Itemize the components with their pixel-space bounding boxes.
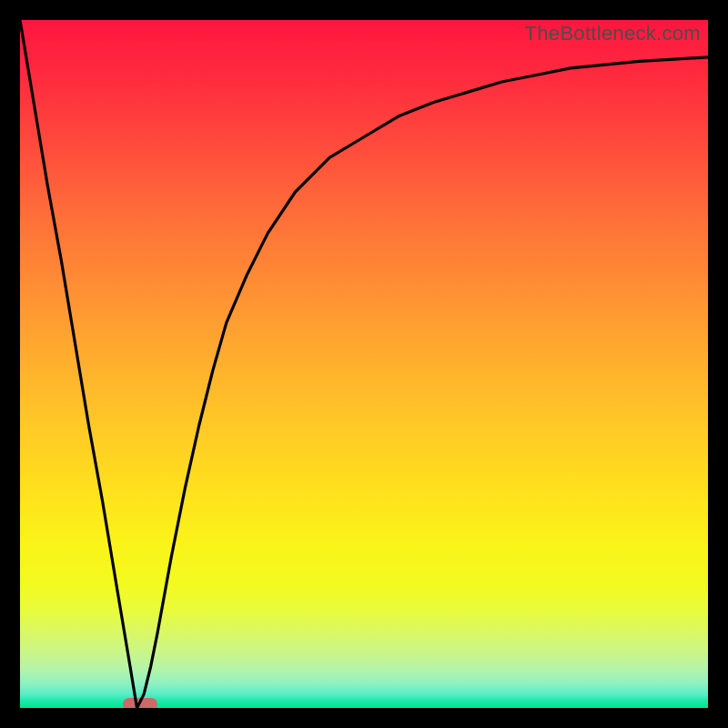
chart-frame: TheBottleneck.com (0, 0, 728, 728)
bottleneck-curve (20, 20, 708, 708)
plot-area: TheBottleneck.com (20, 20, 708, 708)
watermark-text: TheBottleneck.com (525, 22, 701, 46)
